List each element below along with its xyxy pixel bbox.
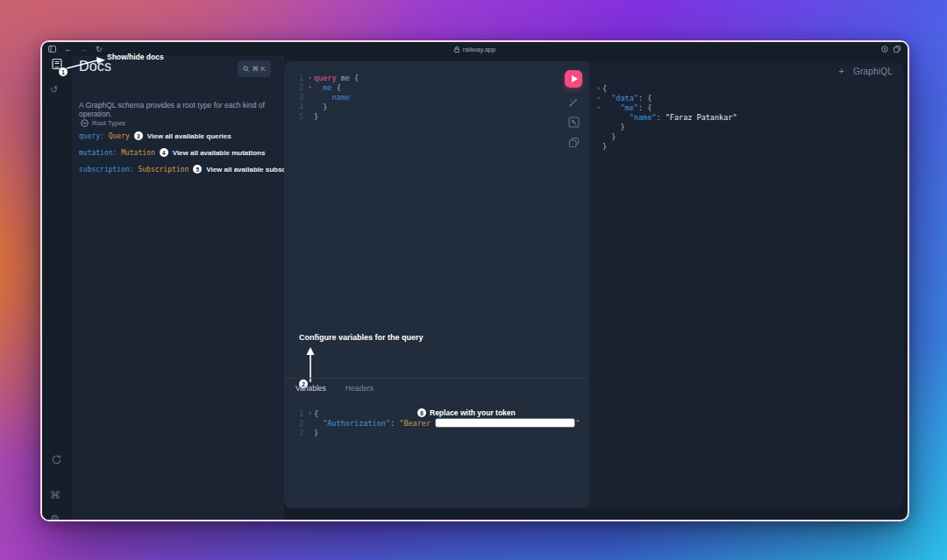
url-text: railway.app [463,46,495,53]
code-line: ▾ "me": { [595,103,737,113]
search-shortcut: ⌘ K [252,65,266,73]
code-line: 1▾query me { [293,74,359,83]
shield-icon[interactable] [881,46,888,53]
fold-caret-icon[interactable]: ▾ [306,409,314,419]
tabs-icon[interactable] [894,46,901,53]
merge-fragments-icon[interactable] [568,117,580,128]
play-icon [572,75,578,82]
code-line: } [595,142,737,152]
fold-gutter [306,93,314,103]
refetch-schema-icon[interactable] [51,454,62,465]
fold-caret-icon[interactable]: ▾ [595,103,602,113]
fold-caret-icon[interactable]: ▾ [306,74,314,83]
response-pane: + GraphiQL ▾{▾ "data": {▾ "me": { "name"… [589,61,903,508]
copy-query-icon[interactable] [568,137,580,148]
fold-gutter [595,142,602,152]
graphiql-logo: GraphiQL [853,67,893,76]
annotation-show-hide-docs: Show/hide docs [107,53,164,61]
code-line: 1▾{ [293,409,580,419]
prettify-icon[interactable] [568,96,580,108]
code-line: "name": "Faraz Patankar" [595,113,737,123]
docs-description: A GraphQL schema provides a root type fo… [79,101,279,118]
docs-entry-subscription[interactable]: subscription: Subscription 5 View all av… [79,165,311,174]
docs-entry-query[interactable]: query: Query 3 View all available querie… [79,131,231,140]
arrow-to-docs-toggle [65,55,107,71]
fold-caret-icon[interactable]: ▾ [306,83,314,93]
response-viewer: ▾{▾ "data": {▾ "me": { "name": "Faraz Pa… [595,84,737,152]
fold-gutter [306,419,314,429]
arrow-to-variables [305,347,316,382]
browser-titlebar[interactable]: ← → ↻ railway.app [42,42,908,56]
editors-panel: 1▾query me {2▾ me {3 name4 }5} Configure… [284,61,589,508]
annotation-mutations: View all available mutations [173,149,266,157]
tab-variables[interactable]: Variables [295,384,326,393]
browser-window: ← → ↻ railway.app 1 ↺ ⌘ ⚙ [40,40,909,521]
fold-gutter [595,113,602,123]
lock-icon [454,46,459,53]
graphiql-sidebar: 1 ↺ ⌘ ⚙ [42,56,72,520]
code-line: 4 } [293,103,359,112]
session-card: 1▾query me {2▾ me {3 name4 }5} Configure… [284,61,903,508]
docs-panel: Docs ⌘ K A GraphQL schema provides a roo… [72,56,284,520]
tab-headers[interactable]: Headers [345,384,374,393]
execute-button[interactable] [565,70,582,88]
fold-caret-icon[interactable]: ▾ [595,94,602,103]
fold-gutter [595,123,602,132]
docs-entry-mutation[interactable]: mutation: Mutation 4 View all available … [79,148,265,157]
headers-editor[interactable]: 1▾{2 "Authorization": "Bearer "3} [293,409,580,438]
query-editor[interactable]: 1▾query me {2▾ me {3 name4 }5} [293,74,359,122]
code-line: } [595,132,737,142]
type-name[interactable]: Mutation [121,149,155,157]
field-name[interactable]: mutation [79,149,113,157]
badge-mutations: 4 [160,148,168,157]
token-redaction-box[interactable] [436,419,574,427]
fold-caret-icon[interactable]: ▾ [595,84,602,94]
type-name[interactable]: Subscription [138,166,189,174]
code-line: ▾{ [595,84,737,94]
code-line: 3} [293,429,580,438]
code-line: 5} [293,112,359,122]
address-bar[interactable]: railway.app [42,42,908,56]
code-line: 3 name [293,93,359,103]
editor-tools-divider [284,378,589,379]
history-icon[interactable]: ↺ [50,85,58,95]
code-line: } [595,123,737,132]
annotation-queries: View all available queries [147,132,231,140]
root-types-label: Root Types [92,119,125,127]
new-tab-button[interactable]: + [839,66,844,76]
settings-icon[interactable]: ⚙ [50,514,60,521]
annotation-configure-variables: Configure variables for the query [299,333,424,342]
shortcuts-icon[interactable]: ⌘ [50,490,61,500]
field-name[interactable]: query [79,132,100,140]
root-types-header[interactable]: Root Types [81,119,125,127]
search-button[interactable]: ⌘ K [238,60,271,77]
code-line: 2▾ me { [293,83,359,93]
code-line: 2 "Authorization": "Bearer " [293,419,580,429]
field-name[interactable]: subscription [79,166,130,174]
code-line: ▾ "data": { [595,94,737,103]
collapse-icon[interactable] [81,119,89,127]
search-icon [243,66,249,72]
badge-subscriptions: 5 [193,165,202,174]
fold-gutter [306,112,314,122]
badge-queries: 3 [134,131,143,140]
type-name[interactable]: Query [109,132,130,140]
fold-gutter [306,103,314,112]
fold-gutter [306,429,314,438]
fold-gutter [595,132,602,142]
